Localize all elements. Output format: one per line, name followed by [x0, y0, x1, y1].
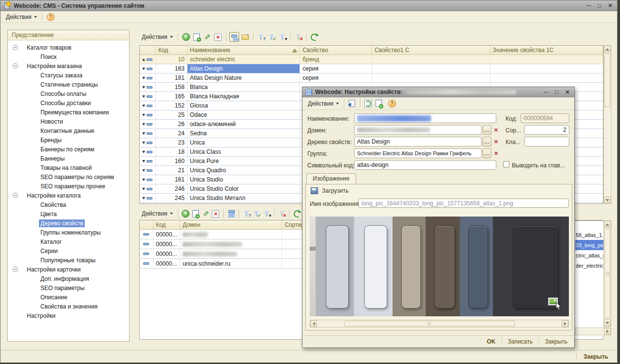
actions-menu-top[interactable]: Действия — [139, 33, 175, 41]
add-icon[interactable] — [181, 32, 191, 42]
sidebar-item[interactable]: Настройки — [8, 311, 129, 320]
domain-cell[interactable]: unica-schneider.ru — [180, 259, 282, 268]
sort-field[interactable]: 2 — [524, 125, 569, 135]
close-icon[interactable] — [564, 89, 571, 95]
top-table-vscrollbar[interactable] — [603, 45, 611, 204]
bottom-table-hscrollbar[interactable] — [575, 328, 611, 335]
sidebar-item[interactable]: Серии — [8, 246, 129, 255]
sidebar-item[interactable]: Статичные страницы — [8, 80, 129, 89]
save-button[interactable]: Записать — [506, 337, 535, 346]
image-hscrollbar[interactable] — [310, 320, 569, 328]
close-icon[interactable] — [606, 2, 614, 9]
table-row[interactable]: 10schneider electricбренд — [140, 55, 603, 64]
sidebar-item[interactable]: Свойства — [8, 200, 129, 209]
edit-icon[interactable] — [203, 32, 212, 42]
sidebar-item[interactable]: Преимущества компании — [8, 108, 129, 117]
sidebar-item[interactable]: SEO параметры — [8, 283, 129, 292]
column-header[interactable]: Код — [156, 46, 188, 55]
main-titlebar[interactable]: Webcode: CMS - Система управления сайтом — [0, 0, 617, 11]
name-cell[interactable]: Odace — [188, 110, 301, 119]
filter-by-value-icon[interactable]: ▾ — [278, 32, 287, 42]
domain-field[interactable] — [354, 125, 482, 135]
dialog-titlebar[interactable]: Webcode: Настройки свойств: — [302, 87, 574, 97]
bottom-table-vscrollbar[interactable] — [603, 220, 611, 327]
column-header[interactable]: Значение свойства 1С — [490, 46, 603, 55]
sidebar-item[interactable]: Популярные товары — [8, 255, 129, 265]
tab-image[interactable]: Изображение — [306, 173, 356, 184]
filter-clear-icon[interactable]: ✕ — [294, 32, 303, 42]
filter-quick-icon[interactable]: ✓ — [252, 209, 261, 218]
close-button[interactable]: Закрыть — [582, 352, 610, 361]
file-name-cell[interactable]: der_electric_ — [575, 260, 603, 271]
name-cell[interactable]: Blanca — [188, 83, 301, 91]
name-cell[interactable]: Unica Studio Color — [188, 184, 301, 193]
sidebar-item[interactable]: Статусы заказа — [8, 71, 129, 80]
sidebar-item[interactable]: Цвета — [8, 209, 129, 218]
refresh-form-icon[interactable] — [363, 99, 373, 109]
maximize-icon[interactable] — [553, 89, 561, 95]
copy-add-icon[interactable] — [192, 32, 202, 42]
name-cell[interactable]: Blanca Накладная — [188, 92, 301, 101]
edit-icon[interactable] — [201, 209, 210, 218]
name-cell[interactable]: Unica Studio — [188, 175, 301, 184]
scroll-down-icon[interactable] — [605, 199, 609, 201]
refresh-icon[interactable] — [293, 209, 302, 218]
tree-lookup-button[interactable] — [483, 137, 491, 146]
sidebar-item[interactable]: Контактные данные — [8, 126, 129, 135]
sidebar-item[interactable]: Каталог товаров — [8, 43, 129, 52]
sidebar-item[interactable]: SEO параметры по сериям — [8, 172, 129, 182]
group-lookup-button[interactable] — [483, 148, 491, 158]
file-name-cell[interactable]: 03_long_pic — [575, 240, 603, 250]
table-row[interactable]: 181Atlas Design Natureсерия — [140, 73, 603, 83]
filter-clear-icon[interactable]: ✕ — [278, 209, 287, 218]
name-cell[interactable]: Sedna — [188, 129, 301, 138]
tree-field[interactable]: Atlas Design — [354, 137, 482, 146]
column-header[interactable]: Код — [153, 220, 180, 229]
domain-lookup-button[interactable] — [483, 125, 491, 135]
sidebar-item[interactable]: Каталог — [8, 237, 129, 246]
minimize-icon[interactable] — [585, 2, 593, 9]
symbol-code-field[interactable]: atlas-design — [354, 160, 496, 170]
collapse-icon[interactable] — [13, 63, 18, 69]
scroll-thumb[interactable] — [604, 229, 610, 318]
name-cell[interactable]: Unica Studio Металл — [188, 194, 301, 202]
name-cell[interactable]: Unica Class — [188, 147, 301, 156]
column-header[interactable]: Свойство1 С — [372, 46, 490, 55]
name-cell[interactable]: Unica Quadro — [188, 166, 301, 175]
filter-by-value-icon[interactable]: ▾ — [262, 209, 271, 218]
name-field[interactable] — [354, 113, 496, 123]
image-name-field[interactable]: long_pic_1644740203_long_pic_1577135658_… — [358, 199, 569, 208]
column-header[interactable]: Свойство — [300, 46, 372, 55]
move-up-level-icon[interactable] — [240, 32, 250, 42]
add-icon[interactable] — [181, 209, 190, 218]
reread-icon[interactable] — [347, 99, 357, 109]
sidebar-item[interactable]: Группы номенклатуры — [8, 228, 129, 237]
name-cell[interactable]: Unica Pure — [188, 157, 301, 165]
sidebar-item[interactable]: Товары на главной — [8, 163, 129, 172]
domain-clear-icon[interactable] — [492, 125, 500, 135]
sidebar-item[interactable]: Настройки карточки — [8, 265, 129, 274]
sidebar-item[interactable]: Баннеры по сериям — [8, 145, 129, 154]
name-cell[interactable]: schneider electric — [188, 55, 301, 64]
sidebar-item[interactable]: Бренды — [8, 135, 129, 145]
domain-cell[interactable] — [180, 249, 282, 258]
show-on-main-checkbox[interactable] — [503, 161, 509, 167]
help-icon[interactable] — [47, 13, 55, 21]
actions-menu-main[interactable]: Действия — [3, 13, 39, 21]
refresh-icon[interactable] — [310, 32, 319, 42]
file-name-cell[interactable]: 58_atlas_1.p — [575, 230, 603, 240]
maximize-icon[interactable] — [596, 2, 603, 9]
delete-icon[interactable] — [213, 32, 223, 42]
copy-add-icon[interactable] — [191, 209, 200, 218]
hierarchy-view-icon[interactable] — [229, 32, 239, 42]
collapse-icon[interactable] — [13, 45, 18, 50]
name-cell[interactable]: Atlas Design Nature — [188, 73, 301, 82]
sidebar-item[interactable]: Дерево свойств — [8, 218, 129, 228]
class-field[interactable] — [524, 137, 569, 146]
scroll-down-icon[interactable] — [605, 322, 609, 324]
delete-icon[interactable] — [211, 209, 221, 218]
scroll-right-icon[interactable] — [564, 322, 566, 326]
collapse-icon[interactable] — [13, 267, 18, 272]
copy-add-icon[interactable] — [374, 99, 384, 109]
file-name-cell[interactable]: ctric_atlas_d — [575, 250, 603, 260]
